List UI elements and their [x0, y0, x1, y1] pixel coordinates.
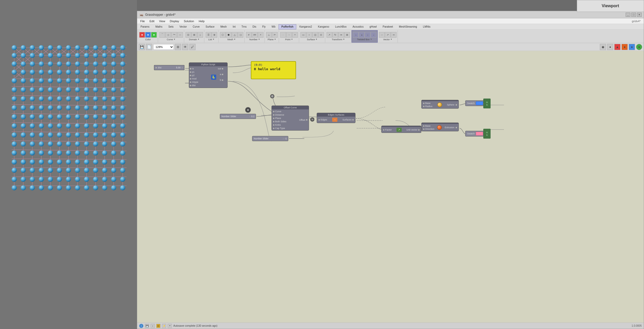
tab-ghowl[interactable]: gHowl [367, 24, 380, 29]
menu-display[interactable]: Display [168, 19, 181, 23]
toolbar-icon-surface4[interactable]: ⊙ [318, 32, 324, 38]
toolbar-icon-small-1[interactable]: 💾 [145, 324, 149, 328]
toolbar-icon-plane2[interactable]: ⊢ [272, 32, 278, 38]
swatch-blue-node[interactable]: Swatch [465, 100, 485, 106]
menu-file[interactable]: File [138, 19, 147, 23]
toolbar-icon-color3[interactable]: ■ [151, 32, 157, 38]
tab-kangaroo2[interactable]: Kangaroo2 [297, 24, 315, 29]
tab-kangaroo[interactable]: Kangaroo [315, 24, 332, 29]
toolbar-icon-color2[interactable]: ■ [145, 32, 151, 38]
gh-icon1[interactable]: ◉ [600, 44, 606, 50]
toolbar-icon-point2[interactable]: ◦ [286, 32, 292, 38]
menu-solution[interactable]: Solution [182, 19, 196, 23]
toolbar-icon-number1[interactable]: # [246, 32, 252, 38]
settings-circle[interactable]: ⚙ [245, 107, 251, 113]
toolbar-icon-surface3[interactable]: ◫ [312, 32, 318, 38]
save-icon[interactable]: 💾 [139, 44, 145, 50]
toolbar-icon-vector2[interactable]: ↗ [385, 32, 391, 38]
tab-fly[interactable]: Fly [259, 24, 268, 29]
number-slider-1[interactable]: Number Slider ○ 0.2 [220, 114, 256, 119]
edges-surfaces-node[interactable]: Edges Surfaces Edges → Surfaces [317, 113, 355, 123]
toolbar-icon-twisted-box2[interactable]: ⬧ [359, 32, 364, 38]
unit-vector-node[interactable]: Factor ↗ Unit vector [381, 126, 421, 133]
tab-sets[interactable]: Sets [166, 24, 176, 29]
tab-wb[interactable]: Wb [269, 24, 278, 29]
toolbar-icon-vector1[interactable]: → [379, 32, 385, 38]
toolbar-icon-mesh4[interactable]: ◻ [238, 32, 243, 38]
merge-circle-1[interactable]: ✕ [270, 94, 274, 98]
tab-lunchbox[interactable]: LunchBox [332, 24, 349, 29]
menu-edit[interactable]: Edit [148, 19, 157, 23]
number-slider-2[interactable]: Number Slider ○ -1 [252, 136, 288, 141]
dist-slider[interactable]: dist 5.00 ⊕ [154, 65, 184, 70]
toolbar-icon-vector3[interactable]: ⇒ [391, 32, 397, 38]
toolbar-icon-small-2[interactable]: ↕ [151, 324, 155, 328]
gh-icon3[interactable]: ▲ [614, 44, 620, 50]
toolbar-icon-transform2[interactable]: ↻ [332, 32, 338, 38]
gh-icon2[interactable]: ● [607, 44, 613, 50]
toolbar-icon-small-5[interactable]: ⌖ [168, 324, 172, 328]
toolbar-icon-list2[interactable]: ⊕ [212, 32, 217, 38]
toolbar-icon-mesh2[interactable]: ⬢ [226, 32, 231, 38]
toolbar-icon-surface2[interactable]: ○ [306, 32, 312, 38]
toolbar-icon-mesh1[interactable]: ⬡ [220, 32, 226, 38]
toolbar-icon-domain3[interactable]: ↨ [197, 32, 203, 38]
toolbar-icon-curve4[interactable]: ↔ [177, 32, 183, 38]
paint-icon[interactable]: 🖊 [189, 44, 196, 50]
tab-surface[interactable]: Surface [203, 24, 217, 29]
zoom-select[interactable]: 128% [153, 44, 174, 50]
offset-node[interactable]: Offset Curve Curve Distance Plane [271, 106, 309, 131]
tab-trns[interactable]: Trns [239, 24, 250, 29]
tab-dis[interactable]: Dis [250, 24, 259, 29]
tab-parakeet[interactable]: Parakeet [380, 24, 396, 29]
toolbar-icon-mesh3[interactable]: △ [232, 32, 237, 38]
tab-vector[interactable]: Vector [177, 24, 190, 29]
maximize-button[interactable]: □ [631, 13, 636, 17]
toolbar-icon-twisted-box3[interactable]: ⬨ [365, 32, 370, 38]
base-sphere-node[interactable]: Base Radius Sphere [421, 100, 459, 109]
toolbar-icon-twisted-box1[interactable]: ⬦ [353, 32, 359, 38]
toolbar-icon-curve2[interactable]: ◇ [165, 32, 171, 38]
toolbar-icon-curve1[interactable]: ⌒ [159, 32, 165, 38]
base-extrusion-node[interactable]: Base Direction Extrusion [421, 123, 459, 131]
tab-acoustics[interactable]: Acoustics [350, 24, 367, 29]
save2-icon[interactable]: 📄 [146, 44, 152, 50]
tab-pufferfish[interactable]: Pufferfish [278, 24, 296, 29]
tab-int[interactable]: Int [230, 24, 238, 29]
tab-maths[interactable]: Maths [152, 24, 165, 29]
toolbar-icon-number2[interactable]: ## [252, 32, 258, 38]
merge-circle-2[interactable]: ✕ [310, 117, 314, 122]
gh-icon6[interactable]: ● [636, 44, 642, 50]
toolbar-icon-small-4[interactable]: ⚡ [162, 324, 166, 328]
menu-view[interactable]: View [157, 19, 167, 23]
eye-icon[interactable]: 👁 [182, 44, 188, 50]
close-button[interactable]: ✕ [637, 13, 642, 17]
toolbar-icon-point1[interactable]: · [280, 32, 286, 38]
toolbar-icon-point3[interactable]: + [292, 32, 298, 38]
tab-mesh[interactable]: Mesh [218, 24, 229, 29]
gh-output-extrusion[interactable]: G S [483, 129, 491, 139]
tab-params[interactable]: Params [138, 24, 152, 29]
minimize-button[interactable]: _ [626, 13, 630, 17]
toolbar-icon-plane1[interactable]: ⊥ [266, 32, 272, 38]
toolbar-icon-list1[interactable]: ☰ [206, 32, 211, 38]
toolbar-icon-domain1[interactable]: ⊡ [185, 32, 191, 38]
canvas-area[interactable]: rx 30 ⊕ p1 ✕ mod 15 ⊕ [137, 51, 644, 323]
menu-help[interactable]: Help [197, 19, 207, 23]
toolbar-icon-domain2[interactable]: ⊞ [191, 32, 197, 38]
swatch-pink-node[interactable]: Swatch [465, 131, 485, 137]
gh-icon5[interactable]: ● [629, 44, 635, 50]
dist-stepper[interactable]: ⊕ [181, 67, 183, 69]
gh-icon4[interactable]: ● [622, 44, 628, 50]
toolbar-icon-number3[interactable]: + [258, 32, 263, 38]
toolbar-icon-twisted-box4[interactable]: ⬩ [371, 32, 376, 38]
toolbar-icon-transform1[interactable]: ↗ [327, 32, 332, 38]
toolbar-icon-curve3[interactable]: 〜 [171, 32, 177, 38]
python-script-node[interactable]: Python Script rx p1 p2 [189, 62, 228, 88]
tab-curve[interactable]: Curve [190, 24, 203, 29]
toolbar-icon-transform4[interactable]: ⊞ [344, 32, 350, 38]
tab-meshstreaming[interactable]: MeshStreaming [396, 24, 420, 29]
grid-icon[interactable]: ⊞ [175, 44, 181, 50]
toolbar-icon-color1[interactable]: ■ [139, 32, 145, 38]
toolbar-icon-transform3[interactable]: ⇔ [338, 32, 344, 38]
